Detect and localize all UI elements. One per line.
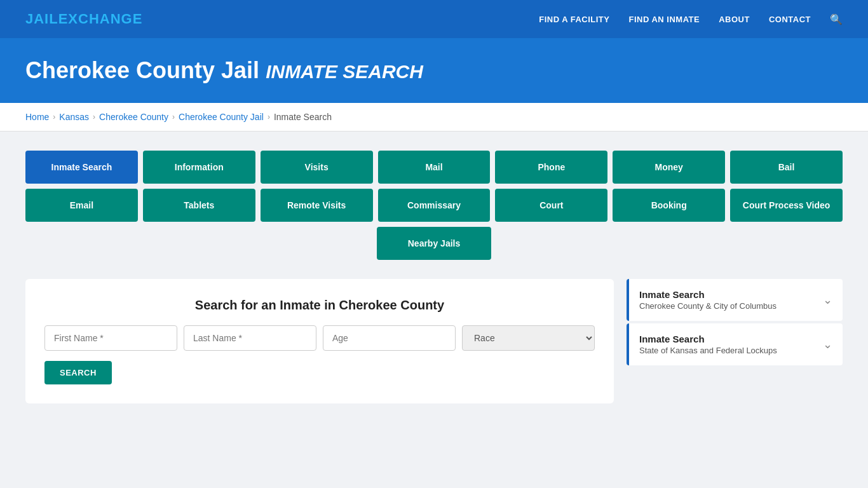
age-input[interactable]: [323, 325, 456, 351]
nav-find-inmate[interactable]: FIND AN INMATE: [628, 15, 700, 24]
sidebar-card-1-header[interactable]: Inmate Search Cherokee County & City of …: [629, 279, 843, 321]
breadcrumb-cherokee-county[interactable]: Cherokee County: [99, 112, 168, 122]
breadcrumb: Home › Kansas › Cherokee County › Cherok…: [0, 103, 868, 132]
search-fields: Race White Black Hispanic Asian Native A…: [44, 325, 595, 351]
sidebar-card-1-title: Inmate Search: [639, 289, 776, 300]
breadcrumb-sep-4: ›: [268, 112, 270, 121]
hero-title-italic: INMATE SEARCH: [266, 61, 423, 82]
breadcrumb-sep-2: ›: [93, 112, 95, 121]
nav-buttons-row1: Inmate Search Information Visits Mail Ph…: [25, 151, 843, 184]
content-row: Search for an Inmate in Cherokee County …: [25, 279, 843, 403]
hero-title-main: Cherokee County Jail: [25, 57, 259, 83]
search-panel-title: Search for an Inmate in Cherokee County: [44, 298, 595, 313]
nav-btn-email[interactable]: Email: [25, 189, 138, 222]
nav-about[interactable]: ABOUT: [719, 15, 750, 24]
sidebar-card-2-header[interactable]: Inmate Search State of Kansas and Federa…: [629, 323, 843, 365]
nav-buttons-row2: Email Tablets Remote Visits Commissary C…: [25, 189, 843, 222]
search-button[interactable]: SEARCH: [44, 361, 112, 384]
main-content: Inmate Search Information Visits Mail Ph…: [0, 132, 868, 423]
nav-btn-nearby-jails[interactable]: Nearby Jails: [377, 227, 491, 260]
page-heading: Cherokee County Jail INMATE SEARCH: [25, 57, 843, 84]
nav-find-facility[interactable]: FIND A FACILITY: [539, 15, 609, 24]
race-select[interactable]: Race White Black Hispanic Asian Native A…: [462, 325, 595, 351]
sidebar-card-1-subtitle: Cherokee County & City of Columbus: [639, 301, 776, 311]
nav-btn-bail[interactable]: Bail: [730, 151, 843, 184]
logo-jail: JAIL: [25, 11, 58, 27]
nav-btn-court[interactable]: Court: [495, 189, 607, 222]
breadcrumb-current: Inmate Search: [274, 112, 332, 122]
sidebar-card-2-subtitle: State of Kansas and Federal Lockups: [639, 346, 777, 355]
nav-btn-visits[interactable]: Visits: [261, 151, 373, 184]
breadcrumb-cherokee-county-jail[interactable]: Cherokee County Jail: [179, 112, 264, 122]
nav-btn-booking[interactable]: Booking: [613, 189, 725, 222]
nav-buttons-row3: Nearby Jails: [25, 227, 843, 260]
breadcrumb-kansas[interactable]: Kansas: [59, 112, 89, 122]
chevron-down-icon-2: ⌄: [823, 337, 832, 351]
breadcrumb-sep-1: ›: [53, 112, 55, 121]
first-name-input[interactable]: [44, 325, 177, 351]
chevron-down-icon-1: ⌄: [823, 293, 832, 307]
nav-btn-commissary[interactable]: Commissary: [378, 189, 491, 222]
search-panel: Search for an Inmate in Cherokee County …: [25, 279, 614, 403]
hero-section: Cherokee County Jail INMATE SEARCH: [0, 38, 868, 103]
nav-btn-money[interactable]: Money: [613, 151, 725, 184]
breadcrumb-home[interactable]: Home: [25, 112, 49, 122]
nav-btn-court-process-video[interactable]: Court Process Video: [730, 189, 843, 222]
last-name-input[interactable]: [184, 325, 316, 351]
sidebar-card-1-text: Inmate Search Cherokee County & City of …: [639, 289, 776, 311]
main-nav: FIND A FACILITY FIND AN INMATE ABOUT CON…: [539, 13, 843, 25]
sidebar: Inmate Search Cherokee County & City of …: [627, 279, 843, 368]
sidebar-card-2: Inmate Search State of Kansas and Federa…: [627, 323, 843, 365]
search-icon[interactable]: 🔍: [830, 13, 843, 25]
sidebar-card-2-title: Inmate Search: [639, 334, 777, 344]
nav-btn-mail[interactable]: Mail: [378, 151, 491, 184]
site-logo: JAILEXCHANGE: [25, 11, 142, 27]
nav-btn-inmate-search[interactable]: Inmate Search: [25, 151, 138, 184]
sidebar-card-1: Inmate Search Cherokee County & City of …: [627, 279, 843, 321]
breadcrumb-sep-3: ›: [172, 112, 175, 121]
nav-btn-remote-visits[interactable]: Remote Visits: [261, 189, 373, 222]
nav-btn-phone[interactable]: Phone: [495, 151, 607, 184]
sidebar-card-2-text: Inmate Search State of Kansas and Federa…: [639, 334, 777, 355]
site-header: JAILEXCHANGE FIND A FACILITY FIND AN INM…: [0, 0, 868, 38]
nav-btn-information[interactable]: Information: [143, 151, 255, 184]
logo-exchange: EXCHANGE: [58, 11, 143, 27]
nav-btn-tablets[interactable]: Tablets: [143, 189, 255, 222]
nav-contact[interactable]: CONTACT: [769, 15, 811, 24]
